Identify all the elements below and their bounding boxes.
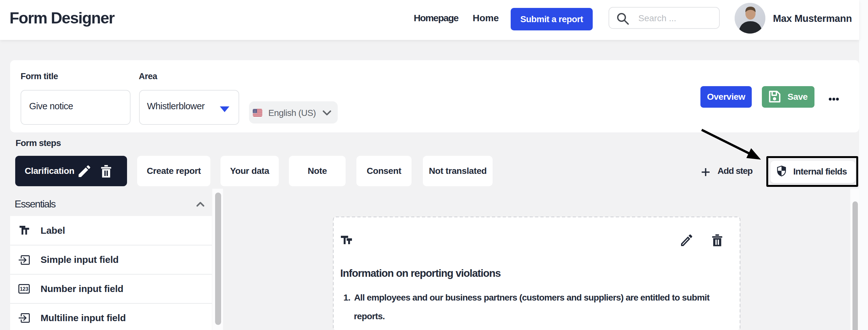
svg-text:123: 123: [20, 286, 29, 292]
